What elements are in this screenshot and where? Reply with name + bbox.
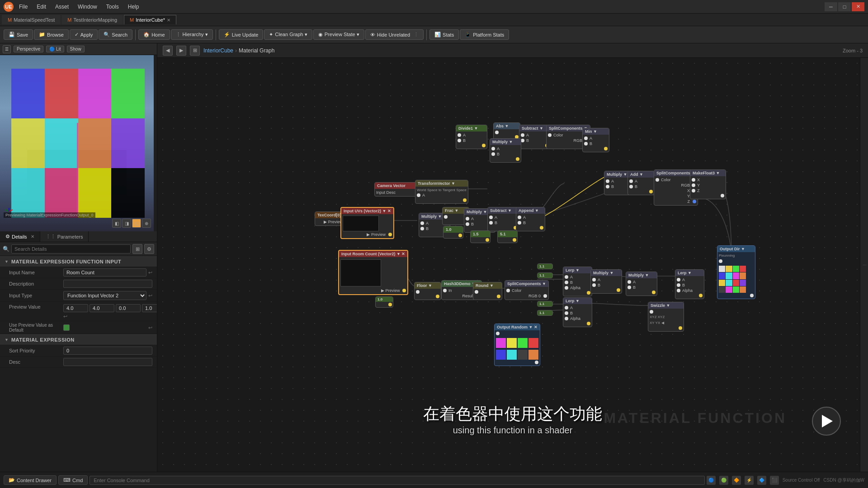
back-button[interactable]: ◀ <box>163 46 173 56</box>
tab-details[interactable]: ⚙ Details ✕ <box>0 231 40 242</box>
details-gear-icon[interactable]: ⚙ <box>144 244 154 254</box>
details-close-icon[interactable]: ✕ <box>31 234 34 239</box>
tab-parameters[interactable]: ⋮⋮ Parameters <box>40 231 89 242</box>
console-input[interactable] <box>90 476 704 485</box>
preview-state-button[interactable]: ◉ Preview State ▾ <box>313 29 364 40</box>
apply-button[interactable]: ✓ Apply <box>70 29 98 40</box>
use-preview-checkbox[interactable] <box>63 324 70 331</box>
vp-ctrl-2[interactable]: ◨ <box>122 219 131 228</box>
clean-graph-button[interactable]: ✦ Clean Graph ▾ <box>264 29 312 40</box>
node-output-random[interactable]: Output Random ▼ ✕ <box>494 324 540 366</box>
menu-edit[interactable]: Edit <box>33 3 50 11</box>
node-min[interactable]: Min ▼ A B <box>582 128 609 152</box>
input-type-select[interactable]: Function Input Vector 2 <box>63 291 146 300</box>
sort-priority-field[interactable] <box>63 347 152 355</box>
graph-canvas[interactable]: TexCoord[0] ▼ ▶ Preview Input UVs (Vecto… <box>157 58 868 472</box>
close-button[interactable]: ✕ <box>852 2 864 11</box>
input-name-field[interactable] <box>63 268 146 277</box>
node-const-3[interactable]: 5.1 <box>497 230 518 243</box>
node-add1[interactable]: Add ▼ A B <box>627 171 655 195</box>
viewport-menu-icon[interactable]: ☰ <box>3 45 11 53</box>
vp-ctrl-3[interactable]: ◱ <box>132 219 141 228</box>
menu-file[interactable]: File <box>15 3 31 11</box>
home-button[interactable]: 🏠 Home <box>138 29 170 40</box>
prop-reset-3[interactable]: ↩ <box>63 314 67 319</box>
taskbar-icon-1[interactable]: 🔵 <box>707 476 716 485</box>
node-lerp2[interactable]: Lerp ▼ A B Alpha <box>675 269 704 299</box>
tab-close-icon[interactable]: ✕ <box>167 18 170 23</box>
play-button[interactable] <box>812 407 841 436</box>
menu-asset[interactable]: Asset <box>52 3 72 11</box>
node-const-2[interactable]: 1.5 <box>470 230 491 243</box>
tab-interior-cube[interactable]: M InteriorCube* ✕ <box>124 15 176 24</box>
minimize-button[interactable]: ─ <box>825 2 837 11</box>
menu-tools[interactable]: Tools <box>103 3 123 11</box>
tab-material-speed[interactable]: M MaterialSpeedTest <box>2 15 61 24</box>
details-grid-icon[interactable]: ⊞ <box>132 244 142 254</box>
node-swizzle[interactable]: Swizzle ▼ XYZ XYZ XY YX ◀ <box>648 302 684 332</box>
maximize-button[interactable]: □ <box>838 2 851 11</box>
node-const-s1[interactable]: 1.1 <box>537 263 553 269</box>
node-transform-vector[interactable]: TransformVector ▼ World Space to Tangent… <box>415 180 468 204</box>
hierarchy-button[interactable]: ⋮ Hierarchy ▾ <box>171 29 213 40</box>
node-makefloat3[interactable]: MakeFloat3 ▼ X Y Z <box>690 169 726 199</box>
node-multiply5[interactable]: Multiply ▼ A B <box>590 269 622 294</box>
prop-reset-2[interactable]: ↩ <box>148 293 152 299</box>
node-input-uvs[interactable]: Input UVs (Vector2) ▼ ✕ ▶ Preview <box>340 207 394 239</box>
search-button[interactable]: 🔍 Search <box>99 29 132 40</box>
prop-reset-4[interactable]: ↩ <box>148 325 152 331</box>
node-lerp3[interactable]: Lerp ▼ A B Alpha <box>563 297 592 327</box>
perspective-button[interactable]: Perspective <box>14 46 43 52</box>
node-divide1[interactable]: Divide1 ▼ A B <box>456 125 487 149</box>
content-drawer-button[interactable]: 📂 Content Drawer <box>4 475 57 485</box>
node-const-lower[interactable]: 1.0 <box>375 296 393 308</box>
taskbar-icon-4[interactable]: ⚡ <box>745 476 754 485</box>
breadcrumb-grid-icon[interactable]: ⊞ <box>190 46 200 56</box>
cmd-button[interactable]: ⌨ Cmd <box>58 475 88 485</box>
preview-z[interactable] <box>116 304 141 312</box>
node-subtract2[interactable]: Subtract ▼ A B <box>487 207 519 231</box>
node-multiply-top[interactable]: Multiply ▼ A B <box>490 138 521 163</box>
taskbar-icon-3[interactable]: 🔶 <box>732 476 741 485</box>
section-material-expression[interactable]: ▼ MATERIAL EXPRESSION <box>0 334 157 345</box>
live-update-button[interactable]: ⚡ Live Update <box>219 29 264 40</box>
vp-ctrl-1[interactable]: ◧ <box>112 219 121 228</box>
lit-button[interactable]: 🔵 Lit <box>46 46 64 52</box>
prop-reset-1[interactable]: ↩ <box>148 270 152 276</box>
preview-y[interactable] <box>90 304 114 312</box>
node-abs[interactable]: Abs ▼ <box>493 122 520 141</box>
taskbar-icon-5[interactable]: 🔷 <box>757 476 766 485</box>
menu-window[interactable]: Window <box>74 3 101 11</box>
node-input-room-count[interactable]: Input Room Count (Vector2) ▼ ✕ ▶ Preview <box>338 250 408 295</box>
details-search-input[interactable] <box>11 244 131 253</box>
taskbar-icon-6[interactable]: ⬛ <box>770 476 779 485</box>
forward-button[interactable]: ▶ <box>176 46 186 56</box>
preview-w[interactable] <box>142 304 157 312</box>
node-const-s4[interactable]: 1.1 <box>537 310 553 316</box>
preview-x[interactable] <box>63 304 88 312</box>
node-round[interactable]: Round ▼ <box>473 282 502 300</box>
browse-button[interactable]: 📁 Browse <box>34 29 69 40</box>
node-const-s3[interactable]: 1.1 <box>537 301 553 307</box>
hide-unrelated-button[interactable]: 👁 Hide Unrelated ⋮ <box>365 29 424 40</box>
menu-help[interactable]: Help <box>124 3 143 11</box>
breadcrumb-interior-cube[interactable]: InteriorCube <box>203 47 233 54</box>
node-floor[interactable]: Floor ▼ <box>414 282 441 300</box>
show-button[interactable]: Show <box>67 46 85 52</box>
node-const-1[interactable]: 1.0 <box>443 226 463 239</box>
tab-test-interior[interactable]: M TestInteriorMapping <box>61 15 123 24</box>
section-material-expression-input[interactable]: ▼ MATERIAL EXPRESSION FUNCTION INPUT <box>0 256 157 267</box>
node-lerp1[interactable]: Lerp ▼ A B Alpha <box>563 267 592 296</box>
save-button[interactable]: 💾 Save <box>4 29 33 40</box>
node-append[interactable]: Append ▼ A B <box>516 207 545 231</box>
node-multiply6[interactable]: Multiply ▼ A B <box>626 272 657 296</box>
stats-button[interactable]: 📊 Stats <box>429 29 459 40</box>
vp-ctrl-4[interactable]: ⊕ <box>142 219 151 228</box>
node-const-s2[interactable]: 1.1 <box>537 272 553 278</box>
node-split3[interactable]: SplitComponents ▼ Color RGB 0 <box>505 280 549 300</box>
taskbar-icon-2[interactable]: 🟢 <box>719 476 728 485</box>
desc-field[interactable] <box>63 358 152 366</box>
node-output-dir[interactable]: Output Dir ▼ Pixunning <box>717 245 755 299</box>
description-field[interactable] <box>63 280 152 288</box>
platform-stats-button[interactable]: 📱 Platform Stats <box>460 29 509 40</box>
